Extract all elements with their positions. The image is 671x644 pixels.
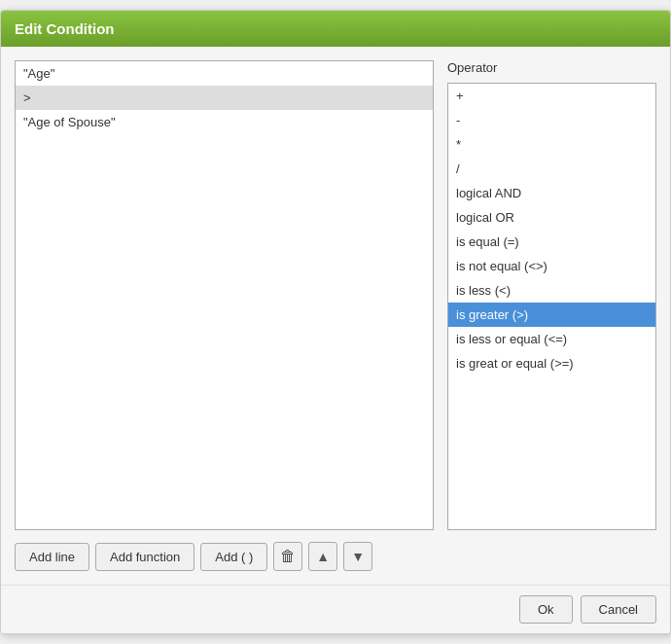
condition-list[interactable]: "Age">"Age of Spouse"	[15, 60, 434, 530]
operator-list-item[interactable]: is great or equal (>=)	[448, 351, 655, 376]
operator-list-item[interactable]: logical AND	[448, 181, 655, 205]
operator-list-item[interactable]: -	[448, 108, 655, 132]
operator-list-item[interactable]: is greater (>)	[448, 303, 655, 327]
cancel-button[interactable]: Cancel	[581, 595, 656, 624]
operator-list-item[interactable]: *	[448, 132, 655, 157]
operator-list-item[interactable]: is not equal (<>)	[448, 254, 655, 278]
operator-list[interactable]: +-*/logical ANDlogical ORis equal (=)is …	[447, 83, 656, 530]
condition-list-item[interactable]: "Age"	[16, 61, 433, 86]
operator-label: Operator	[447, 60, 656, 75]
trash-icon: 🗑	[280, 548, 296, 565]
move-down-button[interactable]: ▼	[343, 542, 372, 571]
arrow-down-icon: ▼	[351, 549, 365, 564]
operator-list-item[interactable]: is less (<)	[448, 278, 655, 303]
add-parens-button[interactable]: Add ( )	[200, 543, 267, 571]
ok-button[interactable]: Ok	[519, 595, 573, 624]
add-line-button[interactable]: Add line	[15, 543, 89, 571]
move-up-button[interactable]: ▲	[308, 542, 337, 571]
dialog-title: Edit Condition	[15, 20, 114, 37]
operator-list-item[interactable]: logical OR	[448, 205, 655, 230]
dialog-header: Edit Condition	[1, 11, 670, 47]
operator-list-item[interactable]: +	[448, 84, 655, 108]
operator-panel: Operator +-*/logical ANDlogical ORis equ…	[447, 60, 656, 530]
operator-list-item[interactable]: is less or equal (<=)	[448, 327, 655, 351]
dialog-footer: Ok Cancel	[1, 585, 670, 633]
main-content-row: "Age">"Age of Spouse" Operator +-*/logic…	[15, 60, 656, 530]
action-buttons-row: Add line Add function Add ( ) 🗑 ▲ ▼	[15, 542, 656, 571]
delete-button[interactable]: 🗑	[273, 542, 302, 571]
dialog-body: "Age">"Age of Spouse" Operator +-*/logic…	[1, 47, 670, 585]
operator-list-item[interactable]: /	[448, 157, 655, 181]
condition-list-item[interactable]: "Age of Spouse"	[16, 110, 433, 134]
condition-list-item[interactable]: >	[16, 86, 433, 110]
operator-list-item[interactable]: is equal (=)	[448, 230, 655, 254]
arrow-up-icon: ▲	[316, 549, 330, 564]
add-function-button[interactable]: Add function	[95, 543, 194, 571]
edit-condition-dialog: Edit Condition "Age">"Age of Spouse" Ope…	[0, 10, 671, 634]
